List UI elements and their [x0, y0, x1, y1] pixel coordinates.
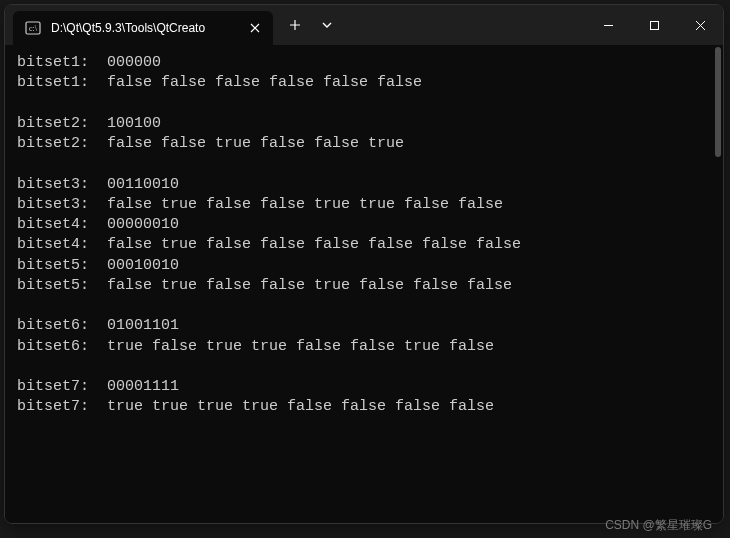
svg-text:c:\: c:\	[29, 24, 38, 33]
terminal-output[interactable]: bitset1: 000000 bitset1: false false fal…	[5, 45, 723, 523]
maximize-button[interactable]	[631, 5, 677, 45]
titlebar[interactable]: c:\ D:\Qt\Qt5.9.3\Tools\QtCreato	[5, 5, 723, 45]
tab-title: D:\Qt\Qt5.9.3\Tools\QtCreato	[51, 21, 237, 35]
minimize-button[interactable]	[585, 5, 631, 45]
tab-dropdown-button[interactable]	[311, 9, 343, 41]
cmd-icon: c:\	[25, 20, 41, 36]
tab-close-button[interactable]	[247, 20, 263, 36]
terminal-window: c:\ D:\Qt\Qt5.9.3\Tools\QtCreato bitset1…	[4, 4, 724, 524]
new-tab-button[interactable]	[279, 9, 311, 41]
close-button[interactable]	[677, 5, 723, 45]
svg-rect-2	[650, 21, 658, 29]
tab-active[interactable]: c:\ D:\Qt\Qt5.9.3\Tools\QtCreato	[13, 11, 273, 45]
terminal-text: bitset1: 000000 bitset1: false false fal…	[17, 53, 723, 418]
watermark-text: CSDN @繁星璀璨G	[605, 517, 712, 534]
scrollbar-thumb[interactable]	[715, 47, 721, 157]
